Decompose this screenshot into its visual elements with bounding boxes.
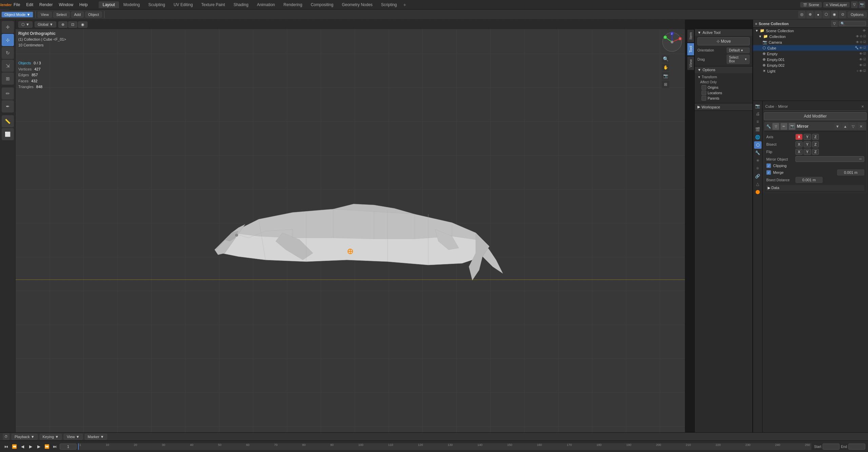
viewport-3d[interactable]: ⬡ ▼ Global ▼ ⊕ ⊡ ◉ Right Orthographic (1… bbox=[16, 20, 685, 432]
engine-btn[interactable]: ▽ bbox=[851, 1, 858, 8]
annotate-line-tool[interactable]: ✒ bbox=[2, 100, 14, 112]
scene-props-icon[interactable]: 🎬 bbox=[754, 126, 762, 133]
modifier-render-icon[interactable]: 📷 bbox=[789, 123, 795, 130]
empty-select[interactable]: ☑ bbox=[863, 52, 866, 56]
tab-layout[interactable]: Layout bbox=[99, 1, 119, 8]
keying-menu[interactable]: Keying ▼ bbox=[40, 434, 62, 440]
transform-toggle[interactable]: ▼ Transform bbox=[697, 75, 750, 80]
move-tool[interactable]: ⊹ bbox=[2, 34, 14, 46]
end-frame-input[interactable]: 250 bbox=[848, 444, 865, 450]
outliner-search[interactable] bbox=[839, 21, 866, 26]
scale-tool[interactable]: ⇲ bbox=[2, 60, 14, 72]
options-btn[interactable]: Options bbox=[848, 12, 867, 18]
n-tab-item[interactable]: Item bbox=[687, 29, 694, 42]
view-layer-props-icon[interactable]: ≡ bbox=[754, 118, 762, 125]
modifier-props-icon[interactable]: 🔧 bbox=[754, 149, 762, 157]
modifier-menu-btn[interactable]: ▽ bbox=[850, 123, 856, 130]
jump-start-btn[interactable]: ⏮ bbox=[3, 443, 9, 450]
merge-value[interactable]: 0.001 m bbox=[837, 169, 864, 176]
play-btn[interactable]: ▶ bbox=[27, 443, 34, 450]
render-props-icon[interactable]: 📷 bbox=[754, 102, 762, 110]
scene-selector[interactable]: 🎬 Scene bbox=[800, 2, 822, 7]
bisect-x-btn[interactable]: X bbox=[795, 141, 803, 147]
bisect-y-btn[interactable]: Y bbox=[804, 141, 811, 147]
add-cube-tool[interactable]: ⬜ bbox=[2, 128, 14, 140]
select-menu[interactable]: Select bbox=[53, 12, 70, 18]
pivot-btn[interactable]: ⊕ bbox=[58, 21, 67, 28]
empty-002-select[interactable]: ☑ bbox=[863, 63, 866, 67]
camera-hide[interactable]: ⊙ bbox=[860, 40, 863, 44]
modifier-close-btn[interactable]: ✕ bbox=[857, 123, 864, 130]
next-frame-btn[interactable]: ▶ bbox=[35, 443, 42, 450]
next-keyframe-btn[interactable]: ⏩ bbox=[43, 443, 50, 450]
pan-btn[interactable]: ✋ bbox=[662, 64, 669, 71]
axis-z-btn[interactable]: Z bbox=[812, 134, 819, 140]
proportional-btn[interactable]: ◉ bbox=[78, 21, 87, 28]
shading-render-btn[interactable]: ⊙ bbox=[839, 11, 846, 18]
bisect-z-btn[interactable]: Z bbox=[812, 141, 819, 147]
tab-uv-editing[interactable]: UV Editing bbox=[170, 1, 197, 8]
n-tab-tool[interactable]: Tool bbox=[687, 43, 694, 56]
jump-end-btn[interactable]: ⏭ bbox=[52, 443, 58, 450]
tab-modeling[interactable]: Modeling bbox=[119, 1, 144, 8]
light-eye[interactable]: 👁 bbox=[859, 69, 863, 73]
shading-wire-btn[interactable]: ⬡ bbox=[823, 11, 830, 18]
data-section-toggle[interactable]: ▶ Data bbox=[766, 185, 864, 191]
cube-select[interactable]: ☑ bbox=[863, 46, 866, 50]
empty-001-select[interactable]: ☑ bbox=[863, 58, 866, 61]
move-tool-btn[interactable]: ⊹ Move bbox=[697, 37, 750, 45]
tab-animation[interactable]: Animation bbox=[253, 1, 279, 8]
drag-dropdown[interactable]: Select Box ▼ bbox=[727, 55, 750, 64]
flip-x-btn[interactable]: X bbox=[795, 149, 803, 155]
axis-x-btn[interactable]: X bbox=[795, 134, 803, 140]
tab-texture-paint[interactable]: Texture Paint bbox=[197, 1, 229, 8]
outliner-item-light[interactable]: ☀ Light ○ 👁 ☑ bbox=[753, 68, 868, 74]
mirror-object-field[interactable]: ✏ bbox=[795, 156, 864, 162]
outliner-item-empty-002[interactable]: ⊕ Empty.002 👁 ☑ bbox=[753, 62, 868, 68]
menu-help[interactable]: Help bbox=[77, 2, 91, 8]
render-btn[interactable]: 📷 bbox=[859, 1, 865, 8]
prev-keyframe-btn[interactable]: ⏪ bbox=[11, 443, 18, 450]
clipping-checkbox[interactable]: ✓ bbox=[766, 163, 771, 168]
outliner-item-camera[interactable]: 📷 Camera 👁 ⊙ ☑ bbox=[753, 39, 868, 45]
shading-solid-btn[interactable]: ● bbox=[814, 11, 822, 18]
current-frame-input[interactable]: 1 bbox=[60, 444, 77, 450]
locations-checkbox[interactable] bbox=[702, 90, 706, 95]
add-workspace-button[interactable]: + bbox=[401, 1, 408, 8]
menu-window[interactable]: Window bbox=[56, 2, 76, 8]
frame-btn[interactable]: ⊞ bbox=[662, 81, 669, 88]
blender-logo[interactable]: Blender bbox=[0, 0, 9, 9]
active-tool-header[interactable]: ▼ Active Tool bbox=[695, 29, 752, 36]
output-props-icon[interactable]: 🖨 bbox=[754, 110, 762, 118]
modifier-edit-icon[interactable]: ✏ bbox=[781, 123, 787, 130]
nav-gizmo-widget[interactable]: X Y Z bbox=[662, 32, 682, 52]
tab-scripting[interactable]: Scripting bbox=[377, 1, 401, 8]
transform-tool[interactable]: ⊞ bbox=[2, 73, 14, 85]
outliner-item-cube[interactable]: ⬡ Cube 🔧 👁 ☑ bbox=[753, 45, 868, 51]
view-layer-selector[interactable]: ≡ ViewLayer bbox=[823, 2, 850, 7]
menu-edit[interactable]: Edit bbox=[23, 2, 36, 8]
collection-hide[interactable]: ⊙ bbox=[860, 35, 863, 38]
tab-rendering[interactable]: Rendering bbox=[279, 1, 306, 8]
tab-geometry-nodes[interactable]: Geometry Nodes bbox=[338, 1, 377, 8]
global-local-btn[interactable]: Global ▼ bbox=[35, 21, 56, 27]
snap-btn[interactable]: ⊡ bbox=[68, 21, 77, 28]
mode-selector[interactable]: Object Mode ▼ bbox=[1, 12, 33, 18]
constraint-props-icon[interactable]: 🔗 bbox=[754, 172, 762, 180]
collection-eye[interactable]: 👁 bbox=[856, 35, 859, 38]
flip-y-btn[interactable]: Y bbox=[804, 149, 811, 155]
scene-collection-eye[interactable]: 👁 bbox=[863, 29, 866, 33]
empty-001-eye[interactable]: 👁 bbox=[859, 58, 863, 61]
overlay-btn[interactable]: ◎ bbox=[798, 11, 806, 18]
view-menu[interactable]: View bbox=[38, 12, 52, 18]
empty-eye[interactable]: 👁 bbox=[859, 52, 863, 56]
camera-btn[interactable]: 📷 bbox=[662, 72, 669, 80]
camera-eye[interactable]: 👁 bbox=[856, 40, 859, 44]
measure-tool[interactable]: 📏 bbox=[2, 115, 14, 127]
marker-menu[interactable]: Marker ▼ bbox=[85, 434, 107, 440]
shading-material-btn[interactable]: ◉ bbox=[831, 11, 838, 18]
menu-render[interactable]: Render bbox=[37, 2, 55, 8]
object-props-icon[interactable]: ⬡ bbox=[754, 141, 762, 149]
add-menu[interactable]: Add bbox=[71, 12, 84, 18]
start-frame-input[interactable]: 1 bbox=[823, 444, 840, 450]
